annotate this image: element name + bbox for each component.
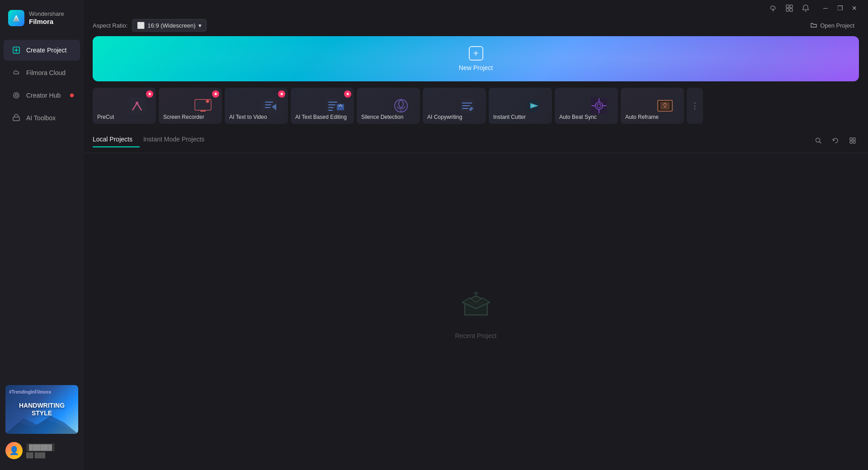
cloud-nav-icon xyxy=(12,68,21,77)
grid-icon[interactable] xyxy=(783,2,796,14)
reframe-name: Auto Reframe xyxy=(625,114,679,120)
local-tab-label: Local Projects xyxy=(93,136,132,143)
tool-text-based-editing[interactable]: ★ AI Text Based Editing xyxy=(291,88,354,124)
empty-state-label: Recent Project xyxy=(455,332,497,339)
brand-name: Wondershare xyxy=(29,10,64,18)
logo-text: Wondershare Filmora xyxy=(29,10,64,26)
bell-icon[interactable] xyxy=(799,2,812,14)
beatsync-name: Auto Beat Sync xyxy=(559,114,613,120)
logo-area: Wondershare Filmora xyxy=(0,0,84,39)
tab-local-projects[interactable]: Local Projects xyxy=(93,134,140,147)
chevron-down-icon: ▾ xyxy=(198,22,202,29)
svg-rect-19 xyxy=(200,110,206,112)
projects-actions xyxy=(812,134,859,147)
svg-rect-16 xyxy=(129,98,145,114)
main-content: ─ ❐ ✕ Aspect Ratio: ⬜ 16:9 (Widescreen) … xyxy=(84,0,868,470)
avatar: 👤 xyxy=(5,442,23,459)
sidebar-item-create-project[interactable]: Create Project xyxy=(4,40,80,61)
aspect-selector: Aspect Ratio: ⬜ 16:9 (Widescreen) ▾ xyxy=(93,19,207,32)
sidebar-item-filmora-cloud[interactable]: Filmora Cloud xyxy=(4,62,80,83)
svg-rect-45 xyxy=(850,138,852,140)
tool-screen-recorder[interactable]: ★ Screen Recorder xyxy=(159,88,222,124)
tools-more-btn[interactable]: ⋮ xyxy=(687,88,703,124)
open-project-label: Open Project xyxy=(820,22,854,29)
user-name: ██████ xyxy=(26,443,55,451)
tool-auto-reframe[interactable]: Auto Reframe xyxy=(621,88,684,124)
filmora-cloud-label: Filmora Cloud xyxy=(26,69,66,76)
titlebar: ─ ❐ ✕ xyxy=(84,0,868,16)
svg-marker-1 xyxy=(13,17,19,21)
creator-hub-label: Creator Hub xyxy=(26,92,61,99)
close-btn[interactable]: ✕ xyxy=(848,2,861,14)
svg-rect-14 xyxy=(786,9,789,11)
screen-name: Screen Recorder xyxy=(163,114,217,120)
maximize-btn[interactable]: ❐ xyxy=(834,2,846,14)
logo-icon xyxy=(8,10,24,26)
sidebar-thumbnail[interactable]: #TrendingInFilmora HANDWRITINGSTYLE xyxy=(5,385,78,434)
svg-marker-49 xyxy=(473,291,479,296)
refresh-projects-btn[interactable] xyxy=(829,134,842,147)
tool-precut[interactable]: ★ PreCut xyxy=(93,88,156,124)
cutter-name: Instant Cutter xyxy=(493,114,547,120)
svg-rect-46 xyxy=(853,138,855,140)
svg-rect-13 xyxy=(790,5,793,8)
new-project-label: New Project xyxy=(459,64,493,71)
empty-state-icon xyxy=(458,284,494,327)
user-sub: ██ ███ xyxy=(26,452,55,458)
open-project-button[interactable]: Open Project xyxy=(806,19,859,31)
sidebar-item-ai-toolbox[interactable]: AI Toolbox xyxy=(4,108,80,128)
svg-rect-47 xyxy=(850,141,852,143)
projects-header: Local Projects Instant Mode Projects xyxy=(84,130,868,153)
new-project-plus-icon: + xyxy=(469,46,483,61)
instant-tab-label: Instant Mode Projects xyxy=(143,136,204,143)
thumb-hashtag: #TrendingInFilmora xyxy=(9,390,51,395)
copywriting-name: AI Copywriting xyxy=(427,114,481,120)
cloud-upload-icon[interactable] xyxy=(767,2,779,14)
view-toggle-btn[interactable] xyxy=(846,134,859,147)
search-projects-btn[interactable] xyxy=(812,134,825,147)
tbe-name: AI Text Based Editing xyxy=(295,114,349,120)
svg-point-42 xyxy=(664,106,666,108)
tool-auto-beat-sync[interactable]: Auto Beat Sync xyxy=(555,88,618,124)
more-icon: ⋮ xyxy=(691,102,699,110)
creator-hub-icon xyxy=(12,91,21,100)
aspect-label: Aspect Ratio: xyxy=(93,22,127,29)
empty-projects-area: Recent Project xyxy=(84,153,868,470)
svg-point-6 xyxy=(14,93,19,98)
sidebar-bottom: #TrendingInFilmora HANDWRITINGSTYLE 👤 ██… xyxy=(0,378,84,470)
new-project-banner[interactable]: + New Project xyxy=(93,36,859,81)
tools-row: ★ PreCut ★ Screen xyxy=(84,88,868,130)
svg-point-21 xyxy=(207,100,208,102)
tab-instant-mode-projects[interactable]: Instant Mode Projects xyxy=(143,134,212,147)
sidebar-item-creator-hub[interactable]: Creator Hub xyxy=(4,85,80,106)
tool-silence-detection[interactable]: Silence Detection xyxy=(357,88,420,124)
screen-icon: ⬜ xyxy=(137,22,145,29)
tool-instant-cutter[interactable]: Instant Cutter xyxy=(489,88,552,124)
aspect-dropdown[interactable]: ⬜ 16:9 (Widescreen) ▾ xyxy=(132,19,206,32)
svg-rect-48 xyxy=(853,141,855,143)
tool-ai-copywriting[interactable]: AI Copywriting xyxy=(423,88,486,124)
svg-point-7 xyxy=(15,94,18,97)
svg-rect-8 xyxy=(13,117,19,121)
silence-name: Silence Detection xyxy=(361,114,415,120)
projects-tabs: Local Projects Instant Mode Projects xyxy=(93,134,215,147)
creator-hub-dot xyxy=(70,94,74,97)
svg-point-32 xyxy=(532,104,534,107)
svg-point-17 xyxy=(136,102,138,104)
window-controls: ─ ❐ ✕ xyxy=(819,2,861,14)
minimize-btn[interactable]: ─ xyxy=(819,2,832,14)
ai-toolbox-label: AI Toolbox xyxy=(26,114,56,122)
product-name: Filmora xyxy=(29,18,64,26)
precut-name: PreCut xyxy=(97,114,151,120)
svg-rect-12 xyxy=(786,5,789,8)
ai-toolbox-icon xyxy=(12,113,21,122)
aspect-value: 16:9 (Widescreen) xyxy=(147,22,195,29)
svg-line-44 xyxy=(820,142,821,144)
create-project-label: Create Project xyxy=(26,47,66,54)
tool-text-to-video[interactable]: ★ AI Text to Video xyxy=(225,88,288,124)
t2v-name: AI Text to Video xyxy=(229,114,283,120)
svg-rect-15 xyxy=(790,9,793,11)
sidebar: Wondershare Filmora Create Project Filmo… xyxy=(0,0,84,470)
user-row[interactable]: 👤 ██████ ██ ███ xyxy=(5,438,78,463)
create-project-icon xyxy=(12,46,21,55)
